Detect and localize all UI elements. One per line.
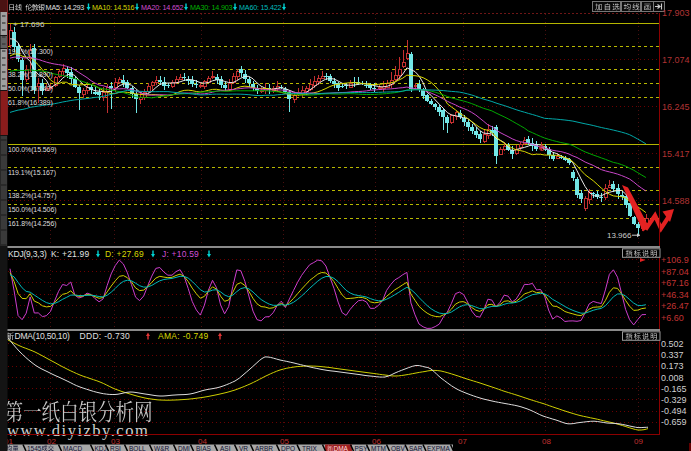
svg-text:19.1%(17.300): 19.1%(17.300): [8, 48, 53, 56]
svg-text:+26.47: +26.47: [661, 301, 689, 311]
svg-text:0.173: 0.173: [661, 361, 684, 371]
svg-text:0.502: 0.502: [661, 339, 684, 349]
svg-text:-0.659: -0.659: [661, 417, 687, 427]
svg-text:K: +21.99: K: +21.99: [51, 249, 89, 259]
svg-text:119.1%(15.167): 119.1%(15.167): [8, 169, 56, 177]
svg-text:02: 02: [47, 437, 56, 446]
svg-text:MA20: 14.652: MA20: 14.652: [141, 3, 184, 12]
svg-text:161.8%(14.256): 161.8%(14.256): [8, 220, 56, 228]
svg-text:PSY: PSY: [355, 445, 369, 451]
svg-text:0.008: 0.008: [661, 373, 684, 383]
svg-text:MA60: 15.422: MA60: 15.422: [239, 3, 282, 12]
svg-text:SAR: SAR: [409, 445, 423, 451]
svg-text:+46.34: +46.34: [661, 290, 689, 300]
svg-text:ARBR: ARBR: [255, 445, 273, 451]
svg-text:AMA: -0.749: AMA: -0.749: [158, 331, 209, 341]
svg-text:38.2%(16.890): 38.2%(16.890): [8, 71, 53, 79]
svg-text:+87.04: +87.04: [661, 267, 689, 277]
svg-text:+6.60: +6.60: [661, 313, 684, 323]
svg-text:KDJ: KDJ: [95, 445, 107, 451]
svg-text:17.074: 17.074: [662, 55, 690, 65]
svg-text:KDJ(9,3,3): KDJ(9,3,3): [8, 249, 47, 259]
svg-text:MA5: 14.293: MA5: 14.293: [46, 3, 85, 12]
svg-text:07: 07: [458, 437, 467, 446]
svg-text:DMA: DMA: [334, 445, 349, 451]
svg-text:DDD: -0.730: DDD: -0.730: [80, 331, 131, 341]
svg-text:+ 17.696: + 17.696: [13, 20, 45, 29]
svg-text:17.903: 17.903: [662, 8, 690, 18]
svg-text:MTM: MTM: [371, 445, 386, 451]
svg-text:09: 09: [634, 437, 643, 446]
svg-text:TRIX: TRIX: [302, 445, 317, 451]
svg-text:MA10: 14.516: MA10: 14.516: [92, 3, 135, 12]
svg-text:DMA(10,50,10): DMA(10,50,10): [15, 331, 70, 341]
svg-text:EXPMA: EXPMA: [427, 445, 450, 451]
svg-text:50.0%(16.640): 50.0%(16.640): [8, 85, 53, 93]
svg-text:www.diyizby.com: www.diyizby.com: [7, 421, 149, 440]
svg-text:+106.9: +106.9: [661, 255, 689, 265]
svg-text:-0.329: -0.329: [661, 395, 687, 405]
svg-text:D: +27.69: D: +27.69: [105, 249, 144, 259]
svg-text:ASI: ASI: [220, 445, 231, 451]
svg-text:MA30: 14.903: MA30: 14.903: [190, 3, 233, 12]
svg-text:5: 5: [38, 445, 42, 451]
svg-text:DMI: DMI: [178, 445, 190, 451]
svg-text:BOLL: BOLL: [129, 445, 146, 451]
svg-text:61.8%(16.389): 61.8%(16.389): [8, 99, 53, 107]
svg-text:13.966: 13.966: [607, 231, 632, 240]
svg-text:W&R: W&R: [154, 445, 169, 451]
svg-text:15.417: 15.417: [662, 149, 690, 159]
svg-text:DPO: DPO: [281, 445, 295, 451]
svg-text:100.0%(15.569): 100.0%(15.569): [8, 146, 56, 154]
svg-text:150.0%(14.506): 150.0%(14.506): [8, 206, 56, 214]
svg-text:08: 08: [542, 437, 551, 446]
svg-text:MACD: MACD: [63, 445, 82, 451]
svg-text:J: +10.59: J: +10.59: [162, 249, 199, 259]
svg-text:VR: VR: [239, 445, 248, 451]
svg-text:138.2%(14.757): 138.2%(14.757): [8, 192, 56, 200]
svg-text:-0.165: -0.165: [661, 384, 687, 394]
svg-text:14.588: 14.588: [662, 196, 690, 206]
svg-text:OBV: OBV: [391, 445, 405, 451]
svg-text:BIAS: BIAS: [196, 445, 211, 451]
svg-text:0.337: 0.337: [661, 350, 684, 360]
svg-text:RSI: RSI: [110, 445, 121, 451]
svg-text:+67.16: +67.16: [661, 278, 689, 288]
svg-text:16.245: 16.245: [662, 102, 690, 112]
svg-text:-0.494: -0.494: [661, 406, 687, 416]
